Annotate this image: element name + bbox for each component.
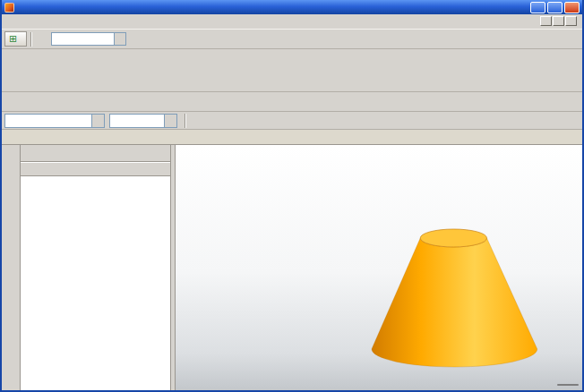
- curve-toolbar: [2, 92, 582, 112]
- command-finder: [46, 32, 126, 46]
- cone-body[interactable]: [372, 238, 537, 367]
- start-icon: ⊞: [9, 33, 17, 45]
- nx-application-window: ⊞: [0, 0, 584, 392]
- selection-bar: [2, 112, 582, 130]
- part-navigator-panel: [21, 145, 171, 390]
- standard-toolbar: ⊞: [2, 30, 582, 49]
- type-filter-select[interactable]: [4, 114, 105, 128]
- mdi-controls: [540, 16, 579, 26]
- separator: [185, 114, 186, 128]
- title-bar[interactable]: [2, 0, 582, 14]
- chevron-down-icon[interactable]: [91, 115, 104, 127]
- maximize-button[interactable]: [547, 2, 563, 13]
- app-icon: [4, 3, 14, 13]
- feature-toolbar: [2, 49, 582, 92]
- graphics-window[interactable]: [176, 145, 582, 390]
- mdi-close-button[interactable]: [565, 16, 577, 26]
- command-finder-input[interactable]: [51, 32, 126, 46]
- part-navigator-header: [21, 145, 170, 162]
- navigator-tree: [21, 176, 170, 390]
- minimize-button[interactable]: [530, 2, 545, 13]
- separator: [30, 32, 32, 47]
- chevron-down-icon[interactable]: [114, 33, 125, 45]
- mdi-minimize-button[interactable]: [540, 16, 552, 26]
- chevron-down-icon[interactable]: [164, 115, 176, 127]
- cue-line: [2, 130, 582, 145]
- menu-bar: [2, 14, 582, 30]
- close-button[interactable]: [564, 2, 580, 13]
- model-canvas: [176, 145, 582, 390]
- scope-filter-select[interactable]: [109, 114, 177, 128]
- mdi-restore-button[interactable]: [553, 16, 564, 26]
- navigator-column-header[interactable]: [21, 162, 170, 176]
- main-area: [2, 145, 582, 390]
- cone-top-face[interactable]: [420, 229, 486, 247]
- start-button[interactable]: ⊞: [4, 31, 27, 47]
- resource-bar: [2, 145, 21, 390]
